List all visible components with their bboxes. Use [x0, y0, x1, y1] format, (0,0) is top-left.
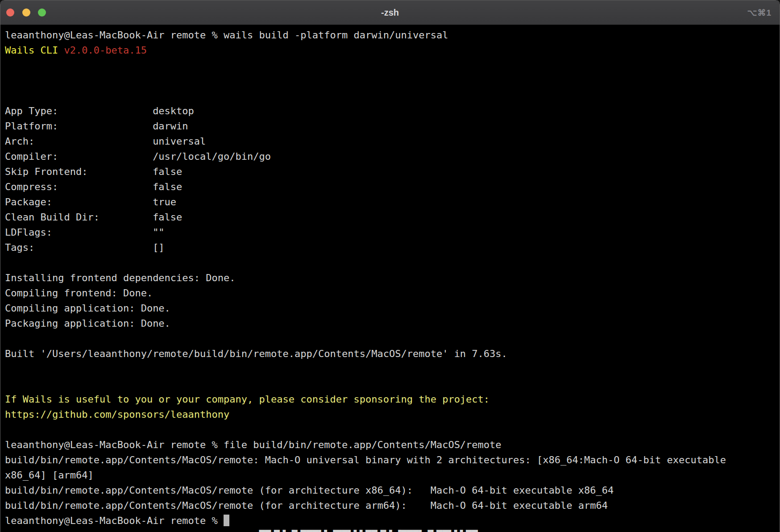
text-segment: Compress: false: [5, 181, 182, 192]
text-segment: leaanthony@Leas-MacBook-Air remote % fil…: [5, 439, 502, 450]
terminal-line: https://github.com/sponsors/leaanthony: [5, 407, 780, 422]
text-segment: ▛▜▞▙▌▐▚▛▜▀▙▌▞▛▜▙▘▌▛▜▞▙▌▐▛▜▀▙▞▌▛▜▙▘▌▛▜: [5, 530, 478, 532]
terminal-line: build/bin/remote.app/Contents/MacOS/remo…: [5, 453, 780, 468]
terminal-line: [5, 377, 780, 392]
terminal-line: [5, 255, 780, 270]
terminal-line: build/bin/remote.app/Contents/MacOS/remo…: [5, 483, 780, 498]
text-segment: leaanthony@Leas-MacBook-Air remote % wai…: [5, 29, 448, 41]
text-segment: Wails CLI: [5, 45, 64, 56]
terminal-line: Compress: false: [5, 179, 780, 195]
text-segment: build/bin/remote.app/Contents/MacOS/remo…: [5, 485, 614, 496]
text-segment: x86_64] [arm64]: [5, 470, 94, 481]
terminal-line: [5, 58, 780, 73]
text-segment: Built '/Users/leaanthony/remote/build/bi…: [5, 348, 507, 359]
terminal-line: Compiling application: Done.: [5, 301, 780, 316]
tab-shortcut-label: ⌥⌘1: [747, 0, 772, 25]
text-segment: Arch: universal: [5, 136, 206, 147]
terminal-line: ▛▜▞▙▌▐▚▛▜▀▙▌▞▛▜▙▘▌▛▜▞▙▌▐▛▜▀▙▞▌▛▜▙▘▌▛▜: [5, 528, 780, 532]
text-segment: Package: true: [5, 196, 176, 208]
terminal-line: Compiler: /usr/local/go/bin/go: [5, 149, 780, 164]
terminal-window: -zsh ⌥⌘1 leaanthony@Leas-MacBook-Air rem…: [0, 0, 780, 532]
terminal-line: leaanthony@Leas-MacBook-Air remote %: [5, 513, 780, 528]
terminal-line: x86_64] [arm64]: [5, 468, 780, 483]
terminal-line: leaanthony@Leas-MacBook-Air remote % fil…: [5, 437, 780, 453]
text-segment: build/bin/remote.app/Contents/MacOS/remo…: [5, 500, 608, 511]
terminal-line: Clean Build Dir: false: [5, 210, 780, 225]
text-segment: Compiling application: Done.: [5, 303, 170, 314]
terminal-line: Platform: darwin: [5, 119, 780, 134]
terminal-line: [5, 88, 780, 104]
terminal-line: If Wails is useful to you or your compan…: [5, 392, 780, 407]
text-segment: build/bin/remote.app/Contents/MacOS/remo…: [5, 454, 732, 466]
terminal-line: [5, 362, 780, 377]
traffic-lights: [6, 0, 46, 25]
terminal-line: Package: true: [5, 195, 780, 210]
terminal-cursor: [224, 515, 229, 526]
text-segment: Packaging application: Done.: [5, 318, 170, 329]
text-segment: leaanthony@Leas-MacBook-Air remote %: [5, 515, 224, 526]
terminal-output[interactable]: leaanthony@Leas-MacBook-Air remote % wai…: [0, 25, 780, 532]
terminal-line: App Type: desktop: [5, 104, 780, 119]
terminal-line: LDFlags: "": [5, 225, 780, 240]
text-segment: LDFlags: "": [5, 227, 165, 238]
terminal-line: [5, 73, 780, 88]
terminal-line: Arch: universal: [5, 134, 780, 149]
window-title: -zsh: [0, 0, 780, 25]
terminal-line: Tags: []: [5, 240, 780, 255]
text-segment: Tags: []: [5, 242, 165, 253]
zoom-button[interactable]: [38, 8, 46, 17]
minimize-button[interactable]: [22, 8, 30, 17]
text-segment: App Type: desktop: [5, 105, 194, 116]
terminal-line: Skip Frontend: false: [5, 164, 780, 179]
text-segment: Clean Build Dir: false: [5, 212, 182, 223]
text-segment: Skip Frontend: false: [5, 166, 182, 177]
terminal-line: Installing frontend dependencies: Done.: [5, 270, 780, 286]
text-segment: Compiling frontend: Done.: [5, 287, 153, 299]
terminal-line: [5, 422, 780, 437]
terminal-line: Wails CLI v2.0.0-beta.15: [5, 43, 780, 58]
text-segment: Platform: darwin: [5, 121, 188, 132]
terminal-line: [5, 331, 780, 346]
titlebar[interactable]: -zsh ⌥⌘1: [0, 0, 780, 25]
text-segment: https://github.com/sponsors/leaanthony: [5, 409, 229, 420]
terminal-line: leaanthony@Leas-MacBook-Air remote % wai…: [5, 28, 780, 43]
terminal-line: Built '/Users/leaanthony/remote/build/bi…: [5, 346, 780, 362]
text-segment: Compiler: /usr/local/go/bin/go: [5, 151, 271, 162]
text-segment: v2.0.0-beta.15: [64, 45, 146, 56]
close-button[interactable]: [6, 8, 14, 17]
terminal-line: Packaging application: Done.: [5, 316, 780, 331]
terminal-line: build/bin/remote.app/Contents/MacOS/remo…: [5, 498, 780, 513]
text-segment: Installing frontend dependencies: Done.: [5, 272, 236, 283]
text-segment: If Wails is useful to you or your compan…: [5, 394, 490, 405]
terminal-line: Compiling frontend: Done.: [5, 286, 780, 301]
